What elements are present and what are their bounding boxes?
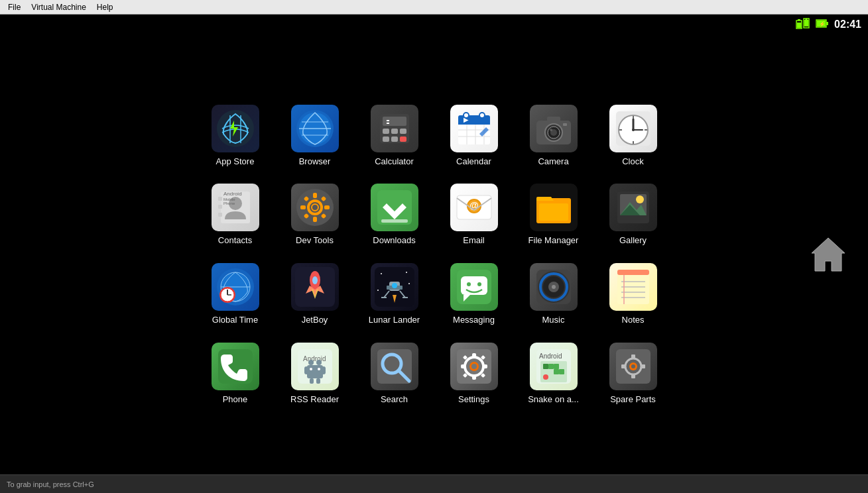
svg-rect-80: [539, 203, 568, 221]
svg-point-101: [381, 273, 382, 274]
app-item-global-time[interactable]: Global Time: [196, 258, 275, 331]
app-icon-gallery: [609, 184, 657, 231]
svg-point-135: [308, 360, 314, 365]
app-label-browser: Browser: [299, 156, 331, 167]
app-item-messaging[interactable]: Messaging: [434, 258, 514, 331]
svg-point-141: [310, 368, 312, 370]
svg-text:▶: ▶: [464, 117, 469, 123]
app-icon-snake: Android: [530, 343, 578, 390]
app-icon-jetboy: [291, 263, 339, 311]
signal-icon: [796, 18, 810, 32]
svg-point-117: [477, 282, 481, 286]
app-label-camera: Camera: [538, 156, 568, 167]
app-item-lunar-lander[interactable]: Lunar Lander: [355, 258, 434, 331]
svg-rect-172: [631, 374, 635, 378]
app-label-search: Search: [381, 394, 408, 405]
app-label-spare-parts: Spare Parts: [610, 394, 656, 405]
svg-rect-24: [400, 137, 406, 142]
app-label-file-manager: File Manager: [528, 235, 579, 246]
app-item-notes[interactable]: Notes: [593, 258, 673, 331]
app-item-file-manager[interactable]: File Manager: [514, 178, 593, 251]
app-icon-clock: [609, 105, 657, 152]
bottom-status-text: To grab input, press Ctrl+G: [7, 480, 94, 488]
app-item-contacts[interactable]: Android Mobile Phone Contacts: [196, 178, 275, 251]
svg-rect-138: [322, 366, 326, 374]
app-label-gallery: Gallery: [619, 235, 647, 246]
battery-icon: ⚡: [816, 18, 829, 32]
menu-help[interactable]: Help: [92, 1, 119, 13]
svg-rect-161: [543, 364, 548, 369]
svg-point-31: [479, 113, 485, 118]
svg-marker-10: [812, 238, 845, 271]
app-item-snake[interactable]: Android Snake on a...: [514, 337, 593, 410]
menu-file[interactable]: File: [3, 1, 26, 13]
svg-rect-7: [826, 22, 828, 25]
svg-rect-1: [798, 19, 800, 21]
svg-rect-57: [218, 213, 222, 217]
app-item-app-store[interactable]: App Store: [196, 99, 275, 172]
svg-rect-152: [461, 364, 465, 368]
app-item-downloads[interactable]: Downloads: [355, 178, 434, 251]
app-icon-messaging: [450, 263, 498, 311]
app-label-settings: Settings: [458, 394, 489, 405]
app-icon-lunar-lander: [371, 263, 418, 311]
app-item-camera[interactable]: Camera: [514, 99, 593, 172]
app-label-jetboy: JetBoy: [302, 315, 328, 325]
app-item-gallery[interactable]: Gallery: [593, 178, 673, 251]
svg-rect-150: [472, 353, 476, 358]
app-label-global-time: Global Time: [212, 315, 258, 325]
app-item-music[interactable]: Music: [514, 258, 593, 331]
svg-rect-2: [797, 23, 801, 28]
svg-point-43: [550, 129, 552, 131]
svg-point-111: [392, 283, 397, 288]
svg-point-102: [406, 272, 407, 273]
app-item-email[interactable]: @ Email: [434, 178, 514, 251]
svg-point-122: [552, 285, 556, 289]
app-icon-settings: [450, 343, 498, 390]
svg-rect-174: [641, 364, 645, 368]
app-icon-music: [530, 263, 578, 311]
app-item-rss-reader[interactable]: Android RSS Reader: [275, 337, 355, 410]
app-item-phone[interactable]: Phone: [196, 337, 275, 410]
svg-point-149: [471, 364, 477, 369]
app-icon-browser: [291, 105, 339, 152]
app-item-jetboy[interactable]: JetBoy: [275, 258, 355, 331]
app-icon-camera: [530, 105, 578, 152]
svg-rect-44: [563, 123, 567, 126]
app-item-calculator[interactable]: Calculator: [355, 99, 434, 172]
app-item-clock[interactable]: Clock: [593, 99, 673, 172]
svg-rect-171: [631, 355, 635, 358]
menu-bar: File Virtual Machine Help: [0, 0, 868, 15]
app-label-calendar: Calendar: [456, 156, 491, 167]
app-item-calendar[interactable]: ▶ Calendar: [434, 99, 514, 172]
app-label-lunar-lander: Lunar Lander: [369, 315, 420, 325]
svg-rect-134: [307, 365, 323, 378]
svg-point-64: [312, 204, 318, 211]
svg-rect-163: [554, 364, 559, 369]
app-label-phone: Phone: [223, 394, 248, 405]
app-label-dev-tools: Dev Tools: [296, 235, 334, 246]
svg-text:Phone: Phone: [223, 201, 235, 205]
app-item-dev-tools[interactable]: Dev Tools: [275, 178, 355, 251]
app-item-browser[interactable]: Browser: [275, 99, 355, 172]
app-item-search[interactable]: Search: [355, 337, 434, 410]
svg-rect-137: [304, 366, 308, 374]
vm-window: ⚡ 02:41: [0, 15, 868, 493]
app-item-settings[interactable]: Settings: [434, 337, 514, 410]
svg-rect-39: [547, 117, 560, 123]
android-status-bar: ⚡ 02:41: [0, 15, 868, 34]
svg-rect-19: [383, 129, 389, 134]
app-icon-rss-reader: Android: [291, 343, 339, 390]
menu-vm[interactable]: Virtual Machine: [26, 1, 92, 13]
svg-point-116: [467, 282, 471, 286]
svg-rect-65: [313, 193, 317, 198]
app-icon-calculator: [371, 105, 418, 152]
app-icon-global-time: [212, 263, 259, 311]
svg-text:@: @: [469, 200, 479, 211]
svg-rect-21: [400, 129, 406, 134]
home-button[interactable]: [808, 235, 848, 274]
svg-point-166: [543, 374, 548, 380]
svg-text:Android: Android: [303, 355, 326, 362]
app-item-spare-parts[interactable]: Spare Parts: [593, 337, 673, 410]
app-icon-app-store: [212, 105, 259, 152]
